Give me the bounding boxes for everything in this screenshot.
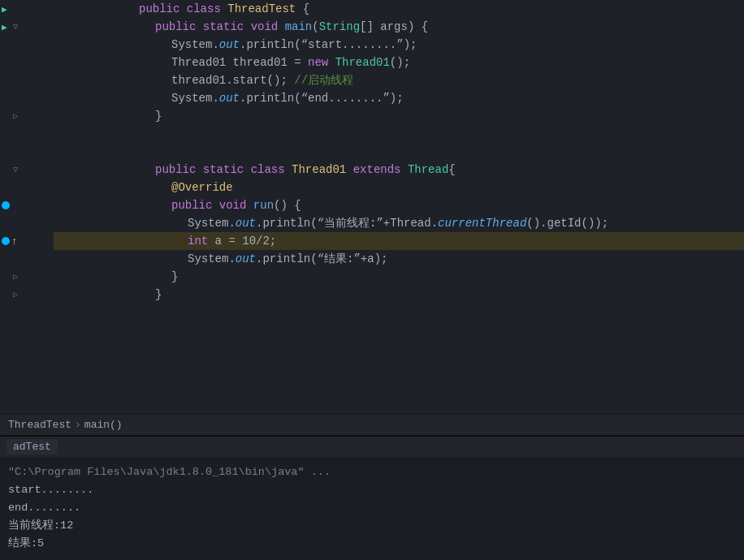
fold-icon[interactable]: ▽ [13,165,18,174]
console-line: start........ [8,480,736,498]
console-tab-bar: adTest [0,437,744,458]
fold-icon[interactable]: ▽ [13,22,18,32]
console-line: 结果:5 [8,534,736,552]
token: Thread01 [292,161,353,179]
code-line: @Override [54,179,744,196]
breakpoint-icon[interactable] [2,237,10,245]
code-content[interactable]: public class ThreadTest {public static v… [50,0,744,414]
token: class [187,0,227,18]
token: .println(“结果:”+a); [256,250,387,268]
code-line: int a = 10/2; [54,232,744,250]
token: () { [274,196,301,214]
token: currentThread [438,214,526,232]
code-line: System.out.println(“start........”); [54,36,744,54]
code-line [54,125,744,143]
gutter-row [0,71,45,89]
token: public [139,0,187,18]
code-line: Thread01 thread01 = new Thread01(); [54,54,744,71]
code-line: } [54,107,744,125]
token: System. [171,36,219,54]
gutter-row [0,54,45,71]
code-line: public static class Thread01 extends Thr… [54,161,744,179]
console-line: 当前线程:12 [8,516,736,534]
gutter-row [0,143,45,161]
run-icon[interactable]: ▶ [2,22,7,32]
token: static [203,161,251,179]
token: } [171,268,178,286]
code-line: public static void main(String[] args) { [54,18,744,36]
code-line: System.out.println(“当前线程:”+Thread.curren… [54,214,744,232]
token: void [251,18,285,36]
token: //启动线程 [294,71,353,89]
code-line: thread01.start(); //启动线程 [54,71,744,89]
token: .println(“end........”); [240,89,404,107]
token: Thread01 [335,54,390,71]
token: public [171,196,219,214]
token: main [285,18,313,36]
token: .println(“当前线程:”+Thread. [256,214,438,232]
token: .println(“start........”); [240,36,417,54]
token: out [219,36,240,54]
breadcrumb-bar: ThreadTest › main() [0,414,744,435]
gutter-row: ▷ [0,268,45,286]
gutter-row [0,196,45,214]
code-line [54,143,744,161]
token: class [251,161,292,179]
token: a = 10/2; [208,232,276,250]
token: out [236,214,256,232]
token: public [155,18,203,36]
gutter-row: ▷ [0,286,45,304]
token: } [155,107,162,125]
breakpoint-icon[interactable] [2,201,10,209]
gutter-row: ▶▽ [0,18,45,36]
gutter-row [0,36,45,54]
token: } [155,286,162,304]
gutter-row: ▷ [0,107,45,125]
code-line: public class ThreadTest { [54,0,744,18]
console-tab[interactable]: adTest [6,439,58,454]
token: run [253,196,274,214]
token: void [219,196,253,214]
token: System. [188,214,236,232]
token: String [319,18,360,36]
gutter-row [0,89,45,107]
token: ().getId()); [526,214,608,232]
gutter-row [0,179,45,196]
fold-close-icon[interactable]: ▷ [13,111,18,121]
console-area: adTest "C:\Program Files\Java\jdk1.8.0_1… [0,435,744,560]
line-gutter: ▶▶▽▷▽↑▷▷ [0,0,50,414]
console-line: end........ [8,498,736,516]
code-line: System.out.println(“结果:”+a); [54,250,744,268]
breadcrumb-class: ThreadTest [8,419,71,431]
gutter-row: ↑ [0,232,45,250]
debug-arrow-icon: ↑ [11,235,18,248]
code-line: } [54,268,744,286]
token: ThreadTest [227,0,296,18]
code-line: } [54,286,744,304]
token: new [308,54,335,71]
breadcrumb-method: main() [84,419,123,431]
token: static [203,18,251,36]
token: ( [312,18,318,36]
token: Thread01 thread01 = [171,54,308,71]
fold-close-icon[interactable]: ▷ [13,290,18,299]
code-line: System.out.println(“end........”); [54,89,744,107]
editor-area: ▶▶▽▷▽↑▷▷ public class ThreadTest {public… [0,0,744,414]
gutter-row [0,125,45,143]
token: { [448,161,455,179]
token: { [296,0,309,18]
fold-close-icon[interactable]: ▷ [13,272,18,282]
token: Thread [408,161,448,179]
token: int [188,232,208,250]
console-command: "C:\Program Files\Java\jdk1.8.0_181\bin\… [8,463,736,480]
token: extends [353,161,408,179]
run-icon[interactable]: ▶ [2,4,7,15]
token: thread01.start(); [171,71,294,89]
token: @Override [171,179,233,196]
token: out [219,89,240,107]
token: out [236,250,256,268]
token: [] args) { [360,18,428,36]
gutter-row [0,250,45,268]
code-line: public void run() { [54,196,744,214]
token: public [155,161,203,179]
